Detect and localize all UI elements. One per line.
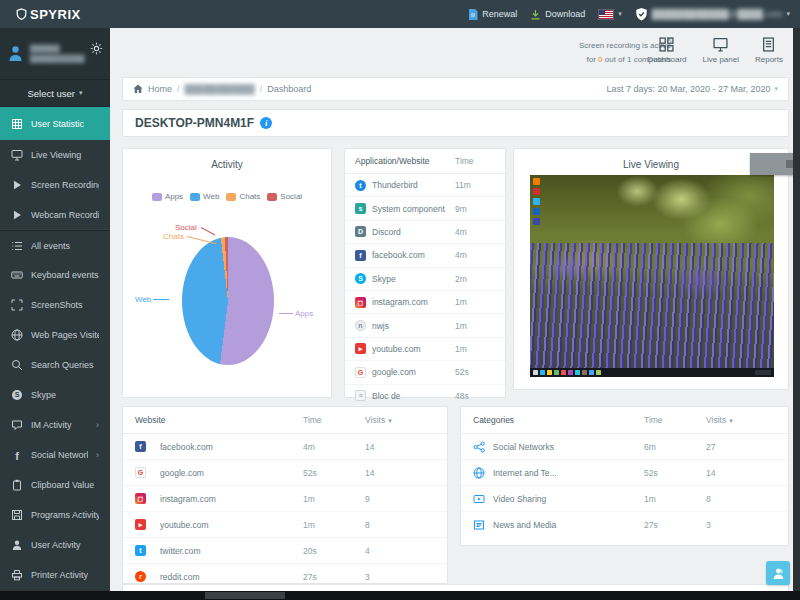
legend-item-social[interactable]: Social xyxy=(267,192,302,201)
activity-legend: AppsWebChatsSocial xyxy=(123,192,331,201)
col-website: Website xyxy=(135,415,303,425)
pie-label-chats: Chats xyxy=(163,232,184,241)
video-icon xyxy=(473,493,485,505)
shield-logo-icon xyxy=(16,8,27,21)
chevron-down-icon: ▾ xyxy=(79,89,83,97)
facebook-icon: f xyxy=(135,441,146,452)
date-range-selector[interactable]: Last 7 days: 20 Mar, 2020 - 27 Mar, 2020… xyxy=(606,84,778,94)
sidebar-item-programs-activity[interactable]: Programs Activity xyxy=(0,500,110,530)
account-email: ████████████@████.com xyxy=(652,9,783,19)
live-viewing-panel: Live Viewing xyxy=(513,148,789,390)
sidebar-item-live-viewing[interactable]: Live Viewing xyxy=(0,140,110,170)
category-row-video-sharing: Video Sharing1m8 xyxy=(461,486,788,512)
category-row-news-and-media: News and Media27s3 xyxy=(461,512,788,537)
sidebar-item-all-events[interactable]: All events xyxy=(0,230,110,260)
sidebar-item-keyboard-events[interactable]: Keyboard events xyxy=(0,260,110,290)
thunderbird-icon: t xyxy=(355,180,366,191)
breadcrumb-device[interactable]: ███████████ xyxy=(185,84,255,94)
chevron-down-icon: ▾ xyxy=(786,10,790,18)
instagram-icon: ◻ xyxy=(355,297,366,308)
pie-label-web: Web xyxy=(135,295,151,304)
system-component-icon: s xyxy=(355,203,366,214)
youtube-icon: ▸ xyxy=(135,519,146,530)
remote-clock xyxy=(755,370,771,375)
chevron-down-icon: ▾ xyxy=(618,10,622,18)
col-time: Time xyxy=(455,156,495,166)
scrollbar-thumb[interactable] xyxy=(205,592,285,599)
shield-check-icon xyxy=(635,7,648,22)
app-row-nwjs: nnwjs1m xyxy=(345,314,505,337)
app-row-youtube-com: ▸youtube.com1m xyxy=(345,338,505,361)
printer-icon xyxy=(11,569,23,581)
renewal-button[interactable]: Renewal xyxy=(468,9,517,20)
current-user-block[interactable]: ██████ ███████████ xyxy=(0,28,110,80)
legend-swatch xyxy=(152,193,162,201)
support-chat-button[interactable] xyxy=(766,561,790,585)
quick-nav: Dashboard Live panel Reports xyxy=(647,37,783,64)
keyboard-events-icon xyxy=(11,269,23,281)
account-menu[interactable]: ████████████@████.com ▾ xyxy=(635,7,790,22)
legend-item-apps[interactable]: Apps xyxy=(152,192,183,201)
sidebar-item-user-activity[interactable]: User Activity xyxy=(0,530,110,560)
breadcrumb-bar: Home / ███████████ / Dashboard Last 7 da… xyxy=(122,77,789,101)
sidebar-item-screen-recording[interactable]: Screen Recording xyxy=(0,170,110,200)
google-icon: G xyxy=(355,367,366,378)
dashboard-nav-button[interactable]: Dashboard xyxy=(647,37,686,64)
horizontal-scrollbar[interactable] xyxy=(0,591,800,600)
breadcrumb-page: Dashboard xyxy=(267,84,311,94)
all-events-icon xyxy=(11,240,23,252)
sidebar-item-clipboard-value[interactable]: Clipboard Value xyxy=(0,470,110,500)
pie-leader-line xyxy=(279,313,293,314)
device-name: DESKTOP-PMN4M1F xyxy=(135,116,254,130)
sidebar-item-screenshots[interactable]: ScreenShots xyxy=(0,290,110,320)
pie-label-apps: Apps xyxy=(295,309,313,318)
programs-activity-icon xyxy=(11,509,23,521)
main-content: ✕ Screen recording is active for 0 out o… xyxy=(110,28,793,592)
sidebar-item-search-queries[interactable]: Search Queries xyxy=(0,350,110,380)
reports-nav-button[interactable]: Reports xyxy=(755,37,783,64)
activity-pie-chart[interactable] xyxy=(182,237,274,365)
sidebar-item-user-statistic[interactable]: User Statistic xyxy=(0,107,110,140)
live-panel-nav-button[interactable]: Live panel xyxy=(703,37,739,64)
pie-label-social: Social xyxy=(175,223,197,232)
language-selector[interactable]: ▾ xyxy=(598,9,622,20)
search-queries-icon xyxy=(11,359,23,371)
reddit-icon: r xyxy=(135,571,146,582)
app-row-system-component: sSystem component9m xyxy=(345,197,505,220)
legend-item-web[interactable]: Web xyxy=(190,192,219,201)
top-bar: SPYRIX Renewal Download ▾ ████████████@█… xyxy=(0,0,800,28)
sidebar-item-im-activity[interactable]: IM Activity› xyxy=(0,410,110,440)
app-row-google-com: Ggoogle.com52s xyxy=(345,361,505,384)
user-name: ██████ xyxy=(30,45,85,52)
live-view-controls-tab[interactable] xyxy=(750,153,796,175)
col-visits-sort[interactable]: Visits▾ xyxy=(706,415,776,425)
sidebar-item-skype[interactable]: SSkype xyxy=(0,380,110,410)
home-icon xyxy=(133,84,143,94)
im-activity-icon xyxy=(11,419,23,431)
website-row-twitter-com: ttwitter.com20s4 xyxy=(123,538,447,564)
spyrix-logo[interactable]: SPYRIX xyxy=(10,7,81,22)
live-desktop-screenshot[interactable] xyxy=(530,175,774,377)
sidebar-item-webcam-recording[interactable]: Webcam Recording xyxy=(0,200,110,230)
sidebar-item-printer-activity[interactable]: Printer Activity xyxy=(0,560,110,590)
sidebar-item-social-networks[interactable]: fSocial Networks› xyxy=(0,440,110,470)
legend-swatch xyxy=(267,193,277,201)
chevron-right-icon: › xyxy=(96,420,99,430)
app-row-instagram-com: ◻instagram.com1m xyxy=(345,291,505,314)
us-flag-icon xyxy=(598,9,614,20)
select-user-dropdown[interactable]: Select user ▾ xyxy=(0,80,110,107)
categories-panel: Categories Time Visits▾ Social Networks6… xyxy=(460,406,789,546)
gear-icon[interactable] xyxy=(90,42,103,55)
breadcrumb-home[interactable]: Home xyxy=(148,84,172,94)
sort-caret-icon: ▾ xyxy=(388,417,392,424)
chevron-right-icon: › xyxy=(96,450,99,460)
legend-item-chats[interactable]: Chats xyxy=(226,192,260,201)
sidebar-item-web-pages-visited[interactable]: Web Pages Visited xyxy=(0,320,110,350)
vertical-scrollbar[interactable] xyxy=(793,28,800,592)
nwjs-icon: n xyxy=(355,320,366,331)
col-visits-sort[interactable]: Visits▾ xyxy=(365,415,435,425)
download-button[interactable]: Download xyxy=(530,9,585,20)
live-panel-monitor-icon xyxy=(713,37,728,52)
info-icon[interactable]: i xyxy=(260,117,272,129)
website-visits-panel: Website Time Visits▾ ffacebook.com4m14Gg… xyxy=(122,406,448,584)
